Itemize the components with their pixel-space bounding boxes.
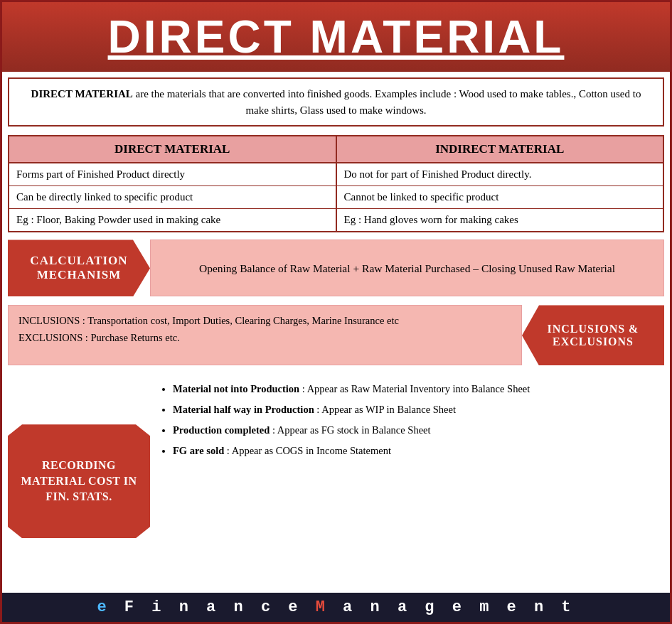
item2-text: : Appear as WIP in Balance Sheet [314, 404, 456, 415]
row1-col2: Do not for part of Finished Product dire… [337, 163, 663, 185]
col1-header: DIRECT MATERIAL [9, 136, 337, 162]
item3-bold: Production completed [173, 424, 270, 436]
calculation-content: Opening Balance of Raw Material + Raw Ma… [150, 240, 664, 296]
list-item: Material half way in Production : Appear… [173, 402, 653, 419]
recording-content: Material not into Production : Appear as… [150, 374, 664, 588]
definition-box: DIRECT MATERIAL are the materials that a… [8, 77, 664, 127]
item4-bold: FG are sold [173, 445, 224, 456]
calculation-label: CALCULATION MECHANISM [8, 240, 150, 296]
definition-text: are the materials that are converted int… [133, 88, 641, 116]
col2-header: INDIRECT MATERIAL [337, 136, 663, 162]
table-row: Forms part of Finished Product directly … [9, 163, 663, 186]
list-item: Material not into Production : Appear as… [173, 381, 653, 398]
footer-brand2: a n a g e m e n t [329, 598, 575, 616]
footer-text: e F i n a n c e M a n a g e m e n t [2, 598, 670, 616]
item2-bold: Material half way in Production [173, 404, 314, 415]
inclusions-detail: : Transportation cost, Import Duties, Cl… [80, 315, 399, 326]
recording-row: RECORDING MATERIAL COST IN FIN. STATS. M… [8, 374, 664, 588]
comparison-table: DIRECT MATERIAL INDIRECT MATERIAL Forms … [8, 135, 664, 232]
inclusions-text-box: INCLUSIONS : Transportation cost, Import… [8, 305, 522, 365]
footer-m-letter: M [316, 598, 329, 616]
list-item: FG are sold : Appear as COGS in Income S… [173, 443, 653, 460]
list-item: Production completed : Appear as FG stoc… [173, 422, 653, 439]
recording-label: RECORDING MATERIAL COST IN FIN. STATS. [8, 424, 150, 538]
row2-col2: Cannot be linked to specific product [337, 186, 663, 208]
exclusions-detail: : Purchase Returns etc. [82, 332, 180, 343]
item1-text: : Appear as Raw Material Inventory into … [299, 383, 530, 394]
item4-text: : Appear as COGS in Income Statement [224, 445, 391, 456]
calculation-row: CALCULATION MECHANISM Opening Balance of… [8, 240, 664, 296]
recording-label-wrap: RECORDING MATERIAL COST IN FIN. STATS. [8, 374, 150, 588]
main-title: DIRECT MATERIAL [16, 12, 656, 62]
item1-bold: Material not into Production [173, 383, 299, 394]
inclusions-exclusions-label: INCLUSIONS & EXCLUSIONS [522, 305, 664, 365]
inclusions-bold: INCLUSIONS [18, 315, 80, 326]
footer: e F i n a n c e M a n a g e m e n t [2, 593, 670, 622]
row1-col1: Forms part of Finished Product directly [9, 163, 337, 185]
inclusions-row: INCLUSIONS : Transportation cost, Import… [8, 305, 664, 365]
main-container: DIRECT MATERIAL DIRECT MATERIAL are the … [0, 0, 672, 624]
footer-brand: F i n a n c e [111, 598, 316, 616]
header-section: DIRECT MATERIAL [2, 2, 670, 72]
table-row: Can be directly linked to specific produ… [9, 186, 663, 209]
definition-bold: DIRECT MATERIAL [31, 88, 133, 99]
recording-list: Material not into Production : Appear as… [173, 381, 653, 460]
footer-e-letter: e [97, 598, 110, 616]
row2-col1: Can be directly linked to specific produ… [9, 186, 337, 208]
row3-col2: Eg : Hand gloves worn for making cakes [337, 209, 663, 231]
comparison-header-row: DIRECT MATERIAL INDIRECT MATERIAL [9, 136, 663, 163]
table-row: Eg : Floor, Baking Powder used in making… [9, 209, 663, 231]
exclusions-bold: EXCLUSIONS [18, 332, 82, 343]
item3-text: : Appear as FG stock in Balance Sheet [270, 424, 430, 436]
row3-col1: Eg : Floor, Baking Powder used in making… [9, 209, 337, 231]
